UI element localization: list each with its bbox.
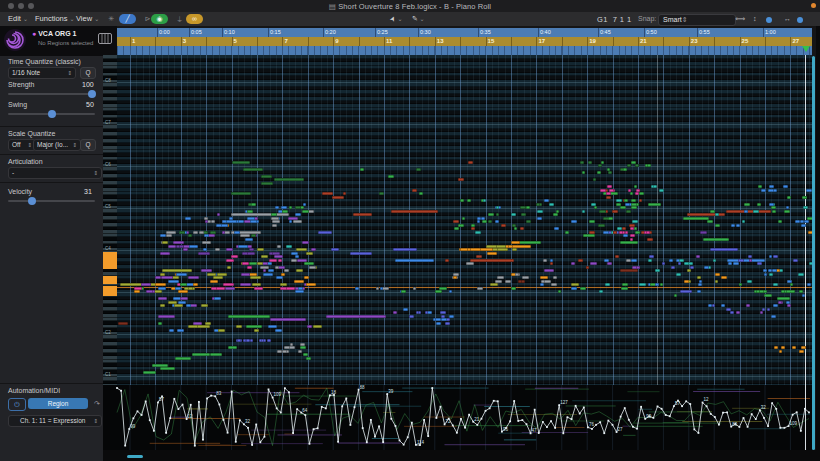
- midi-note[interactable]: [169, 329, 174, 332]
- midi-note[interactable]: [302, 241, 309, 244]
- midi-note[interactable]: [589, 220, 595, 223]
- velocity-slider[interactable]: [8, 200, 95, 202]
- midi-note[interactable]: [274, 255, 284, 258]
- midi-note[interactable]: [488, 220, 492, 223]
- midi-note[interactable]: [786, 290, 796, 293]
- midi-note[interactable]: [599, 290, 603, 293]
- midi-note[interactable]: [511, 213, 515, 216]
- midi-note[interactable]: [598, 224, 605, 227]
- midi-note[interactable]: [158, 322, 162, 325]
- midi-note[interactable]: [141, 283, 151, 286]
- midi-note[interactable]: [268, 325, 277, 328]
- midi-note[interactable]: [636, 266, 641, 269]
- time-quantize-dropdown[interactable]: 1/16 Note⇕: [8, 67, 76, 79]
- midi-note[interactable]: [143, 371, 156, 374]
- midi-note[interactable]: [639, 283, 646, 286]
- midi-note[interactable]: [669, 259, 673, 262]
- midi-note[interactable]: [597, 171, 600, 174]
- midi-note[interactable]: [526, 220, 531, 223]
- articulation-dropdown[interactable]: -⇕: [8, 167, 102, 179]
- midi-note[interactable]: [353, 213, 372, 216]
- midi-note[interactable]: [631, 161, 636, 164]
- midi-note[interactable]: [284, 269, 289, 272]
- midi-note[interactable]: [272, 220, 279, 223]
- midi-note[interactable]: [625, 203, 630, 206]
- midi-note[interactable]: [168, 245, 175, 248]
- midi-note[interactable]: [777, 297, 790, 300]
- midi-note[interactable]: [293, 220, 302, 223]
- velocity-slider-knob[interactable]: [28, 197, 36, 205]
- midi-note[interactable]: [158, 287, 165, 290]
- midi-note[interactable]: [616, 199, 622, 202]
- midi-note[interactable]: [683, 217, 709, 220]
- playhead-marker-icon[interactable]: [802, 46, 810, 52]
- midi-note[interactable]: [295, 290, 305, 293]
- midi-note[interactable]: [215, 248, 221, 251]
- midi-note[interactable]: [180, 283, 187, 286]
- midi-note[interactable]: [769, 273, 773, 276]
- midi-note[interactable]: [680, 290, 692, 293]
- midi-note[interactable]: [781, 290, 786, 293]
- midi-note[interactable]: [249, 262, 257, 265]
- midi-note[interactable]: [257, 262, 262, 265]
- midi-note[interactable]: [160, 304, 166, 307]
- midi-note[interactable]: [303, 353, 308, 356]
- midi-note[interactable]: [621, 287, 628, 290]
- midi-note[interactable]: [217, 213, 221, 216]
- automation-power-button[interactable]: ⏻: [8, 398, 26, 411]
- midi-note[interactable]: [242, 262, 249, 265]
- midi-note[interactable]: [226, 220, 237, 223]
- midi-note[interactable]: [300, 346, 306, 349]
- midi-note[interactable]: [460, 248, 468, 251]
- midi-note[interactable]: [537, 217, 542, 220]
- midi-note[interactable]: [186, 304, 191, 307]
- piano-keyboard[interactable]: C8C7C6C5C4C3C2C1: [103, 55, 117, 385]
- midi-note[interactable]: [773, 283, 778, 286]
- midi-note[interactable]: [648, 259, 651, 262]
- midi-note[interactable]: [276, 276, 284, 279]
- midi-note[interactable]: [231, 255, 239, 258]
- midi-note[interactable]: [318, 231, 332, 234]
- midi-note[interactable]: [653, 185, 657, 188]
- midi-note[interactable]: [496, 245, 505, 248]
- midi-note[interactable]: [214, 297, 221, 300]
- midi-note[interactable]: [393, 248, 417, 251]
- functions-menu[interactable]: Functions⌄: [35, 14, 75, 24]
- midi-note[interactable]: [779, 350, 782, 353]
- midi-note[interactable]: [774, 346, 779, 349]
- midi-note[interactable]: [435, 290, 441, 293]
- link-button[interactable]: ∞: [186, 14, 203, 24]
- midi-note[interactable]: [627, 164, 631, 167]
- midi-note[interactable]: [226, 259, 234, 262]
- midi-note[interactable]: [210, 231, 216, 234]
- midi-note[interactable]: [660, 283, 664, 286]
- strength-slider-knob[interactable]: [88, 90, 96, 98]
- midi-note[interactable]: [476, 255, 481, 258]
- midi-note[interactable]: [395, 259, 434, 262]
- midi-note[interactable]: [393, 311, 396, 314]
- vertical-scrollbar[interactable]: [812, 56, 815, 450]
- midi-note[interactable]: [475, 231, 480, 234]
- midi-note[interactable]: [784, 210, 790, 213]
- midi-note[interactable]: [586, 266, 589, 269]
- midi-note[interactable]: [605, 283, 610, 286]
- midi-note[interactable]: [183, 248, 188, 251]
- midi-note[interactable]: [728, 262, 732, 265]
- midi-note[interactable]: [254, 287, 263, 290]
- midi-note[interactable]: [162, 241, 168, 244]
- midi-note[interactable]: [715, 213, 719, 216]
- midi-note[interactable]: [449, 290, 452, 293]
- midi-note[interactable]: [631, 259, 637, 262]
- midi-note[interactable]: [630, 238, 634, 241]
- midi-note[interactable]: [571, 220, 577, 223]
- midi-note[interactable]: [482, 220, 487, 223]
- midi-note[interactable]: [296, 269, 303, 272]
- midi-note[interactable]: [295, 255, 299, 258]
- midi-note[interactable]: [270, 318, 306, 321]
- midi-note[interactable]: [261, 175, 272, 178]
- midi-note[interactable]: [269, 259, 278, 262]
- midi-note[interactable]: [598, 164, 601, 167]
- midi-note[interactable]: [631, 199, 636, 202]
- midi-note[interactable]: [558, 290, 561, 293]
- midi-note[interactable]: [748, 255, 751, 258]
